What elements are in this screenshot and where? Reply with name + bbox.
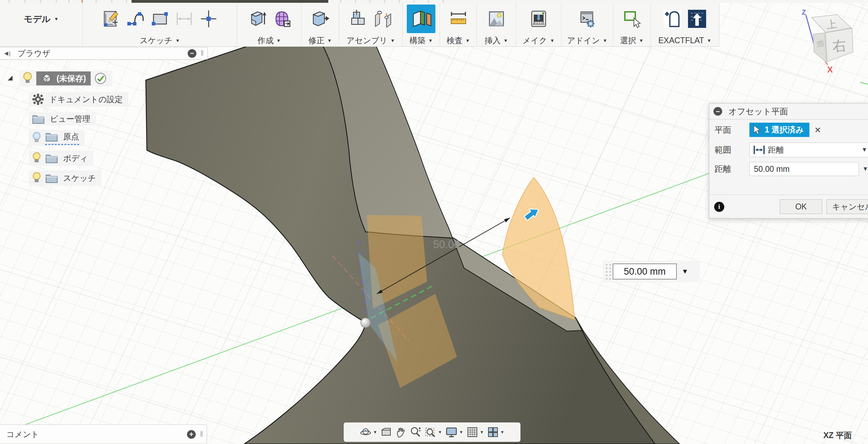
orbit-control[interactable]: ▼ — [360, 426, 377, 438]
range-dropdown[interactable]: 距離 ▼ — [749, 143, 868, 157]
panel-drag-grip[interactable]: ‖ — [201, 49, 204, 58]
add-comment-icon[interactable]: + — [187, 430, 196, 439]
chevron-down-icon[interactable]: ▼ — [862, 166, 868, 173]
display-settings-control[interactable]: ▼ — [445, 426, 463, 438]
expand-arrow-icon[interactable] — [19, 175, 24, 182]
visibility-bulb-icon[interactable] — [32, 171, 42, 185]
exactflat-export-icon[interactable] — [687, 9, 707, 29]
toolbar-group-exactflat: EXACTFLAT ▼ — [650, 3, 719, 46]
menu-select-label: 選択 — [620, 35, 636, 46]
tree-row-origin[interactable]: 原点 — [19, 130, 85, 146]
tree-row-view-management[interactable]: ビュー管理 — [19, 110, 96, 127]
root-document-selected[interactable]: (未保存) — [36, 71, 91, 85]
viewcube[interactable]: Z X 上 右 前 — [802, 8, 868, 84]
select-tool-icon[interactable] — [622, 9, 642, 29]
chevron-down-icon: ▼ — [327, 38, 332, 43]
zoom-icon — [410, 426, 421, 438]
zoom-window-control[interactable]: ▼ — [425, 426, 442, 438]
addins-script-icon[interactable] — [577, 9, 597, 29]
expand-arrow-icon[interactable] — [19, 115, 24, 122]
menu-assemble[interactable]: アセンブリ ▼ — [339, 35, 402, 46]
distance-input[interactable]: 50.00 mm — [749, 162, 859, 176]
menu-sketch[interactable]: スケッチ ▼ — [83, 35, 237, 46]
menu-create[interactable]: 作成 ▼ — [237, 35, 301, 46]
menu-construct[interactable]: 構築 ▼ — [403, 35, 440, 46]
tree-row-root[interactable]: (未保存) — [7, 70, 112, 87]
distance-input-value: 50.00 mm — [754, 164, 790, 174]
chevron-down-icon: ▼ — [459, 430, 463, 434]
expand-arrow-icon[interactable] — [19, 96, 24, 103]
tree-row-sketches[interactable]: スケッチ — [19, 170, 102, 186]
pan-control[interactable] — [395, 426, 406, 438]
expand-arrow-icon[interactable] — [19, 135, 24, 141]
measure-icon[interactable] — [449, 9, 468, 29]
offset-plane-dialog: − オフセット平面 平面 1 選択済み × 範囲 — [709, 103, 868, 219]
panel-minimize-icon[interactable]: − — [188, 49, 196, 58]
cancel-button[interactable]: キャンセル — [826, 199, 868, 214]
create-sketch-icon[interactable] — [101, 9, 121, 29]
dialog-row-distance: 距離 50.00 mm ▼ — [709, 162, 868, 176]
drag-handle-icon[interactable] — [605, 263, 613, 280]
viewcube-z-label: Z — [802, 8, 806, 16]
new-component-icon[interactable] — [349, 9, 368, 29]
offset-distance-value-input[interactable]: 50.00 mm — [613, 263, 677, 280]
plane-row-label: 平面 — [714, 124, 749, 136]
viewports-control[interactable]: ▼ — [487, 426, 504, 438]
menu-exactflat[interactable]: EXACTFLAT ▼ — [651, 35, 719, 46]
ok-button[interactable]: OK — [780, 199, 822, 214]
dialog-collapse-icon[interactable]: − — [713, 107, 722, 116]
menu-construct-label: 構築 — [410, 35, 426, 46]
spline-tool-icon[interactable] — [126, 9, 145, 29]
collapse-panel-icon[interactable]: ◀❘ — [4, 50, 11, 56]
tree-item-label: ボディ — [63, 153, 88, 164]
offset-plane-tool-active[interactable] — [407, 5, 435, 33]
create-form-icon[interactable] — [272, 9, 291, 29]
chevron-down-icon: ▼ — [54, 17, 59, 21]
browser-panel-header[interactable]: ◀❘ ブラウザ − ‖ — [0, 47, 208, 60]
expand-arrow-icon[interactable] — [7, 75, 14, 82]
insert-image-icon[interactable] — [487, 9, 506, 29]
menu-make[interactable]: メイク ▼ — [516, 35, 561, 46]
visibility-bulb-icon[interactable] — [32, 152, 42, 165]
make-3dprint-icon[interactable] — [529, 9, 548, 29]
menu-inspect-label: 検査 — [447, 35, 463, 46]
exactflat-pattern-icon[interactable] — [663, 9, 682, 29]
zoom-control[interactable] — [410, 426, 421, 438]
plane-selection-button[interactable]: 1 選択済み — [749, 123, 809, 137]
menu-modify[interactable]: 修正 ▼ — [301, 35, 339, 46]
toolbar-group-addins: アドイン ▼ — [561, 3, 613, 46]
chevron-down-icon: ▼ — [390, 38, 395, 43]
tree-row-document-settings[interactable]: ドキュメントの設定 — [19, 91, 128, 108]
workspace-dropdown[interactable]: モデル ▼ — [24, 13, 59, 25]
menu-addins[interactable]: アドイン ▼ — [561, 35, 613, 46]
folder-icon — [45, 173, 58, 184]
tree-item-label: 原点 — [63, 131, 79, 142]
grid-settings-control[interactable]: ▼ — [466, 426, 484, 438]
range-dropdown-value: 距離 — [768, 145, 858, 155]
visibility-bulb-icon[interactable] — [22, 71, 33, 85]
rectangle-tool-icon[interactable] — [150, 9, 170, 29]
panel-drag-grip[interactable]: ‖ — [200, 430, 203, 439]
origin-point[interactable] — [361, 318, 371, 328]
dialog-header[interactable]: − オフセット平面 — [709, 104, 868, 120]
menu-select[interactable]: 選択 ▼ — [613, 35, 650, 46]
press-pull-icon[interactable] — [310, 9, 330, 29]
dialog-footer: i OK キャンセル — [709, 195, 868, 219]
tree-row-bodies[interactable]: ボディ — [19, 150, 93, 167]
expand-arrow-icon[interactable] — [19, 155, 24, 162]
tree-item-label: スケッチ — [63, 173, 96, 184]
menu-insert[interactable]: 挿入 ▼ — [477, 35, 516, 46]
chevron-down-icon: ▼ — [373, 430, 377, 434]
info-icon[interactable]: i — [714, 202, 724, 212]
display-settings-icon — [445, 426, 458, 438]
comments-panel[interactable]: コメント + ‖ — [0, 424, 207, 444]
menu-inspect[interactable]: 検査 ▼ — [440, 35, 477, 46]
chevron-down-icon[interactable]: ▼ — [682, 268, 688, 275]
clear-selection-icon[interactable]: × — [815, 124, 821, 136]
look-at-control[interactable] — [380, 426, 392, 438]
joint-icon[interactable] — [373, 9, 393, 29]
extrude-icon[interactable] — [247, 9, 267, 29]
visibility-bulb-off-icon[interactable] — [32, 131, 42, 145]
sketch-dimension-icon[interactable] — [174, 9, 194, 29]
point-tool-icon[interactable] — [199, 9, 218, 29]
